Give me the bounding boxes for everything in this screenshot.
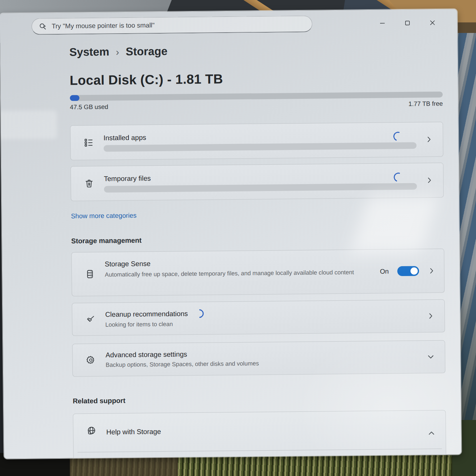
show-more-categories-link[interactable]: Show more categories	[71, 212, 136, 220]
storage-sense-description: Automatically free up space, delete temp…	[105, 267, 368, 279]
globe-search-icon	[86, 421, 97, 441]
storage-sense-controls: On	[380, 249, 436, 293]
installed-apps-bar	[103, 142, 416, 152]
storage-sense-title: Storage Sense	[105, 260, 151, 268]
chevron-right-icon	[425, 176, 433, 184]
cleanup-title: Cleanup recommendations	[105, 310, 188, 318]
advanced-storage-title: Advanced storage settings	[105, 350, 187, 359]
cleanup-subtitle: Looking for items to clean	[105, 321, 173, 328]
close-button[interactable]	[428, 18, 437, 28]
disk-usage-fill	[70, 95, 80, 101]
breadcrumb-separator-icon: ›	[116, 45, 119, 58]
installed-apps-icon	[83, 126, 95, 160]
gear-icon	[85, 344, 97, 376]
storage-sense-toggle[interactable]	[397, 266, 419, 276]
broom-icon	[85, 303, 96, 335]
search-box[interactable]	[32, 16, 312, 35]
disk-usage-bar	[70, 92, 443, 101]
toggle-state-label: On	[380, 267, 389, 275]
installed-apps-card[interactable]: Installed apps	[70, 122, 443, 160]
cleanup-recommendations-card[interactable]: Cleanup recommendations Looking for item…	[72, 299, 445, 336]
loading-spinner	[193, 308, 206, 320]
disk-title: Local Disk (C:) - 1.81 TB	[70, 70, 442, 88]
loading-spinner	[392, 171, 405, 183]
window-controls	[378, 18, 437, 28]
storage-sense-card[interactable]: Storage Sense Automatically free up spac…	[71, 249, 445, 296]
temporary-files-bar	[104, 183, 417, 193]
chevron-right-icon	[427, 312, 434, 320]
installed-apps-label: Installed apps	[103, 133, 146, 142]
loading-spinner	[392, 130, 404, 143]
category-list: Installed apps Temporary files	[70, 122, 444, 201]
screen-glare	[295, 332, 462, 459]
storage-sense-icon	[84, 252, 96, 296]
temporary-files-card[interactable]: Temporary files	[70, 163, 444, 201]
disk-usage-labels: 47.5 GB used 1.77 TB free	[70, 100, 443, 111]
chevron-right-icon	[425, 135, 433, 143]
screen-glare	[0, 110, 57, 139]
breadcrumb: System › Storage	[69, 42, 442, 59]
toggle-knob	[410, 267, 418, 275]
help-with-storage-title: Help with Storage	[106, 428, 161, 436]
advanced-storage-subtitle: Backup options, Storage Spaces, other di…	[106, 360, 259, 368]
minimize-button[interactable]	[378, 18, 387, 28]
maximize-button[interactable]	[403, 18, 412, 28]
soil-patch	[69, 456, 178, 476]
chevron-right-icon	[428, 267, 435, 275]
trash-icon	[83, 166, 95, 201]
settings-window: System › Storage Local Disk (C:) - 1.81 …	[0, 9, 461, 459]
cleanup-title-row: Cleanup recommendations	[105, 309, 204, 319]
disk-free-label: 1.77 TB free	[408, 100, 443, 108]
search-sparkle-icon	[39, 22, 47, 31]
search-input[interactable]	[52, 20, 305, 30]
disk-used-label: 47.5 GB used	[70, 103, 108, 111]
breadcrumb-storage: Storage	[126, 45, 167, 58]
breadcrumb-system[interactable]: System	[69, 45, 109, 59]
temporary-files-label: Temporary files	[104, 174, 151, 182]
